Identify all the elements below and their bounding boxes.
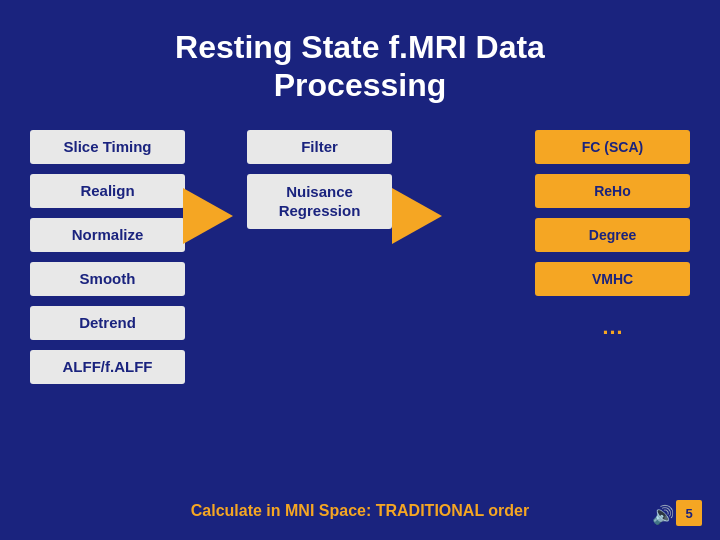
content-area: Slice Timing Realign Normalize Smooth De…: [0, 125, 720, 540]
step-nuisance-regression: NuisanceRegression: [247, 174, 392, 229]
slide-title: Resting State f.MRI Data Processing: [175, 28, 545, 105]
step-realign: Realign: [30, 174, 185, 208]
arrow-icon-2: [392, 188, 442, 244]
slide: Resting State f.MRI Data Processing Slic…: [0, 0, 720, 540]
arrow-icon-1: [183, 188, 233, 244]
title-line1: Resting State f.MRI Data: [175, 29, 545, 65]
left-steps-column: Slice Timing Realign Normalize Smooth De…: [30, 130, 185, 540]
title-line2: Processing: [274, 67, 447, 103]
page-number: 5: [676, 500, 702, 526]
output-vmhc: VMHC: [535, 262, 690, 296]
step-slice-timing: Slice Timing: [30, 130, 185, 164]
speaker-icon: 🔊: [652, 504, 674, 526]
step-filter: Filter: [247, 130, 392, 164]
output-degree: Degree: [535, 218, 690, 252]
step-smooth: Smooth: [30, 262, 185, 296]
step-normalize: Normalize: [30, 218, 185, 252]
step-alff: ALFF/f.ALFF: [30, 350, 185, 384]
bottom-area: Calculate in MNI Space: TRADITIONAL orde…: [0, 502, 720, 520]
step-detrend: Detrend: [30, 306, 185, 340]
right-outputs-column: FC (SCA) ReHo Degree VMHC …: [535, 130, 690, 348]
output-dots: …: [535, 306, 690, 348]
output-fc-sca: FC (SCA): [535, 130, 690, 164]
output-reho: ReHo: [535, 174, 690, 208]
bottom-text: Calculate in MNI Space: TRADITIONAL orde…: [191, 502, 529, 520]
